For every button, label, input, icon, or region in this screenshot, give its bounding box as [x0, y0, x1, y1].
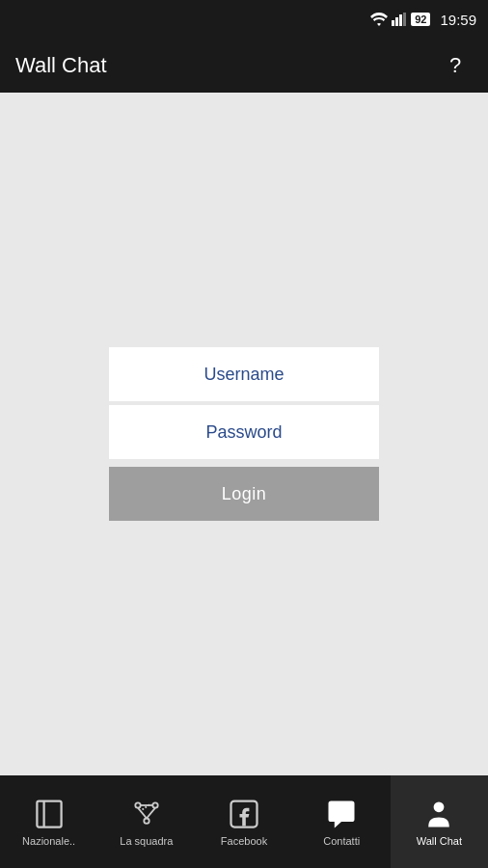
nav-label-facebook: Facebook — [221, 835, 267, 847]
svg-point-6 — [135, 802, 140, 807]
password-input[interactable] — [109, 405, 379, 459]
chat-bubble-icon — [324, 797, 359, 831]
svg-point-7 — [152, 802, 157, 807]
nav-item-wall-chat[interactable]: Wall Chat — [391, 775, 488, 868]
svg-rect-1 — [395, 17, 398, 26]
wifi-icon — [370, 13, 388, 26]
svg-point-8 — [144, 819, 149, 824]
svg-rect-2 — [399, 14, 402, 26]
help-button[interactable]: ? — [438, 48, 473, 83]
username-input[interactable] — [109, 347, 379, 401]
svg-point-14 — [434, 801, 445, 812]
status-icons: 92 19:59 — [370, 12, 476, 28]
password-field-wrapper[interactable] — [109, 405, 379, 459]
bottom-nav: Nazionale.. La squadra Facebook Contatti — [0, 775, 488, 868]
app-bar: Wall Chat ? — [0, 39, 488, 93]
nav-item-la-squadra[interactable]: La squadra — [97, 775, 195, 868]
nav-item-nazionale[interactable]: Nazionale.. — [0, 775, 97, 868]
signal-icon — [392, 13, 407, 26]
login-button[interactable]: Login — [109, 467, 379, 521]
tactics-icon — [129, 797, 164, 831]
battery-indicator: 92 — [411, 13, 430, 26]
svg-rect-4 — [37, 801, 61, 827]
nav-label-la-squadra: La squadra — [120, 835, 173, 847]
nav-label-wall-chat: Wall Chat — [417, 835, 462, 847]
book-icon — [32, 797, 67, 831]
status-bar: 92 19:59 — [0, 0, 488, 39]
svg-rect-3 — [403, 13, 406, 26]
main-content: Login — [0, 93, 488, 775]
nav-label-nazionale: Nazionale.. — [22, 835, 75, 847]
svg-line-11 — [147, 808, 155, 819]
svg-rect-0 — [392, 20, 394, 26]
person-chat-icon — [421, 797, 456, 831]
nav-item-contatti[interactable]: Contatti — [293, 775, 391, 868]
status-time: 19:59 — [440, 12, 476, 28]
username-field-wrapper[interactable] — [109, 347, 379, 401]
login-form: Login — [109, 347, 379, 521]
facebook-icon — [227, 797, 261, 831]
app-title: Wall Chat — [15, 53, 107, 78]
nav-label-contatti: Contatti — [323, 835, 360, 847]
nav-item-facebook[interactable]: Facebook — [195, 775, 292, 868]
